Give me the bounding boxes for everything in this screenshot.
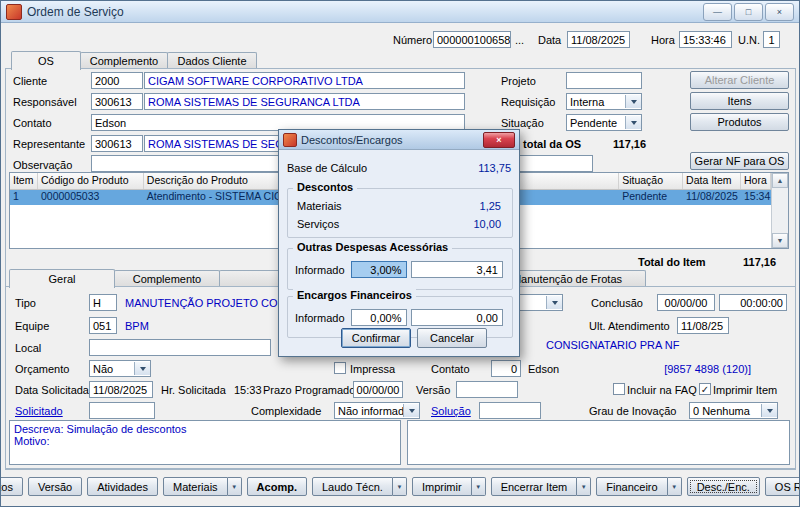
numero-input[interactable]: 000000100658 — [433, 31, 511, 48]
scroll-down-icon[interactable]: ▼ — [772, 233, 788, 248]
confirmar-button[interactable]: Confirmar — [341, 328, 411, 348]
col-hora[interactable]: Hora — [741, 173, 771, 189]
window-titlebar: Ordem de Serviço — □ × — [1, 1, 799, 23]
financeiro-button[interactable]: Financeiro — [596, 477, 667, 496]
equipe-code-input[interactable]: 051 — [89, 317, 117, 334]
cell-hora: 15:34 — [741, 190, 771, 205]
versao-button[interactable]: Versão — [28, 477, 82, 496]
atividades-button[interactable]: Atividades — [87, 477, 158, 496]
close-button[interactable]: × — [765, 3, 794, 21]
impressa-checkbox[interactable] — [334, 362, 346, 374]
tab-complemento[interactable]: Complemento — [80, 52, 168, 69]
solicitado-link[interactable]: Solicitado — [15, 405, 63, 417]
contato-detail-label: Contato — [431, 363, 470, 375]
total-item-label: Total do Item — [638, 256, 706, 268]
encargos-pct-input[interactable]: 0,00% — [351, 309, 407, 326]
outras-pct-input[interactable]: 3,00% — [351, 261, 407, 278]
versao-label: Versão — [416, 384, 450, 396]
tab-dados-cliente[interactable]: Dados Cliente — [167, 52, 257, 69]
orcamento-value: Não — [93, 363, 134, 375]
tab-geral[interactable]: Geral — [9, 269, 115, 288]
chevron-down-icon — [625, 95, 641, 108]
minimize-button[interactable]: — — [703, 3, 732, 21]
solucao-input[interactable] — [479, 402, 541, 419]
responsavel-name-input[interactable]: ROMA SISTEMAS DE SEGURANCA LTDA — [144, 93, 465, 110]
cliente-name-input[interactable]: CIGAM SOFTWARE CORPORATIVO LTDA — [144, 72, 465, 89]
col-codigo[interactable]: Código do Produto — [38, 173, 144, 189]
hora-input[interactable]: 15:33:46 — [679, 31, 732, 48]
ult-atendimento-input[interactable]: 11/08/25 — [677, 317, 729, 334]
outras-informado-row: Informado 3,00% 3,41 — [295, 261, 503, 278]
outras-value-input[interactable]: 3,41 — [411, 261, 503, 278]
financeiro-dropdown-icon[interactable]: ▼ — [668, 477, 682, 496]
scroll-up-icon[interactable]: ▲ — [772, 173, 788, 188]
itens-button[interactable]: Itens — [690, 92, 789, 110]
dialog-close-button[interactable]: × — [483, 132, 515, 148]
versao-input[interactable] — [456, 381, 518, 398]
conclusao-date-input[interactable]: 00/00/00 — [657, 294, 715, 311]
tab-item-complemento[interactable]: Complemento — [114, 270, 220, 287]
acomp-button[interactable]: Acomp. — [247, 477, 307, 496]
notas-textarea[interactable] — [407, 420, 790, 465]
desc-enc-button[interactable]: Desc./Enc. — [687, 477, 760, 496]
laudo-tecn-button[interactable]: Laudo Técn. — [312, 477, 393, 496]
gerar-nf-button[interactable]: Gerar NF para OS — [690, 152, 789, 170]
materiais-label: Materiais — [297, 200, 342, 212]
solucao-link[interactable]: Solução — [431, 405, 471, 417]
situacao-select[interactable]: Pendente — [566, 114, 642, 131]
representante-code-input[interactable]: 300613 — [91, 135, 143, 152]
col-situacao[interactable]: Situação — [619, 173, 683, 189]
col-data-item[interactable]: Data Item — [683, 173, 741, 189]
prazo-programado-label: Prazo Programado — [263, 384, 355, 396]
table-scrollbar[interactable]: ▲ ▼ — [771, 173, 788, 248]
un-input[interactable]: 1 — [763, 31, 780, 48]
laudo-dropdown-icon[interactable]: ▼ — [393, 477, 407, 496]
responsavel-label: Responsável — [13, 96, 77, 108]
imprimir-button[interactable]: Imprimir — [412, 477, 472, 496]
imprimir-dropdown-icon[interactable]: ▼ — [472, 477, 486, 496]
responsavel-code-input[interactable]: 300613 — [91, 93, 143, 110]
grau-inovacao-label: Grau de Inovação — [589, 405, 676, 417]
materiais-button[interactable]: Materiais — [163, 477, 228, 496]
maximize-button[interactable]: □ — [734, 3, 763, 21]
incluir-faq-checkbox[interactable] — [613, 383, 625, 395]
data-solicitada-input[interactable]: 11/08/2025 — [89, 381, 153, 398]
impressa-label: Impressa — [350, 363, 395, 375]
data-label: Data — [538, 34, 561, 46]
total-os-label: total da OS — [523, 138, 581, 150]
conclusao-time-input[interactable]: 00:00:00 — [719, 294, 787, 311]
alterar-cliente-button[interactable]: Alterar Cliente — [690, 71, 789, 89]
conclusao-label: Conclusão — [591, 297, 643, 309]
tab-os[interactable]: OS — [11, 51, 81, 70]
data-input[interactable]: 11/08/2025 — [567, 31, 630, 48]
projeto-input[interactable] — [566, 72, 642, 89]
encargos-value-input[interactable]: 0,00 — [411, 309, 503, 326]
prazo-input[interactable]: 00/00/00 — [353, 381, 403, 398]
contato-num-input[interactable]: 0 — [491, 360, 521, 377]
tipo-code-input[interactable]: H — [89, 294, 117, 311]
cancelar-button[interactable]: Cancelar — [417, 328, 487, 348]
complexidade-select[interactable]: Não informada — [334, 402, 420, 419]
solicitado-input[interactable] — [89, 402, 155, 419]
encerrar-dropdown-icon[interactable]: ▼ — [577, 477, 591, 496]
produtos-button[interactable]: Produtos — [690, 113, 789, 131]
orcamento-select[interactable]: Não — [89, 360, 151, 377]
local-input[interactable] — [89, 339, 271, 356]
col-item[interactable]: Item — [10, 173, 38, 189]
materiais-dropdown-icon[interactable]: ▼ — [228, 477, 242, 496]
requisicao-select[interactable]: Interna — [566, 93, 642, 110]
os-relac-button[interactable]: OS Relac. — [765, 477, 800, 496]
objetos-button[interactable]: Objetos — [0, 477, 23, 496]
dialog-titlebar: Descontos/Encargos × — [279, 130, 519, 150]
incluir-faq-label: Incluir na FAQ — [627, 384, 697, 396]
encerrar-item-button[interactable]: Encerrar Item — [491, 477, 578, 496]
ordem-de-servico-window: Ordem de Serviço — □ × Número 0000001006… — [0, 0, 800, 507]
grau-inovacao-select[interactable]: 0 Nenhuma — [689, 402, 778, 419]
descricao-textarea[interactable]: Descreva: Simulação de descontos Motivo: — [9, 420, 401, 465]
requisicao-value: Interna — [570, 96, 625, 108]
numero-lookup-button[interactable]: ... — [515, 34, 524, 46]
dialog-icon — [283, 133, 297, 147]
cliente-code-input[interactable]: 2000 — [91, 72, 143, 89]
servicos-row: Serviços 10,00 — [297, 218, 501, 230]
imprimir-item-checkbox[interactable]: ✓ — [699, 383, 711, 395]
